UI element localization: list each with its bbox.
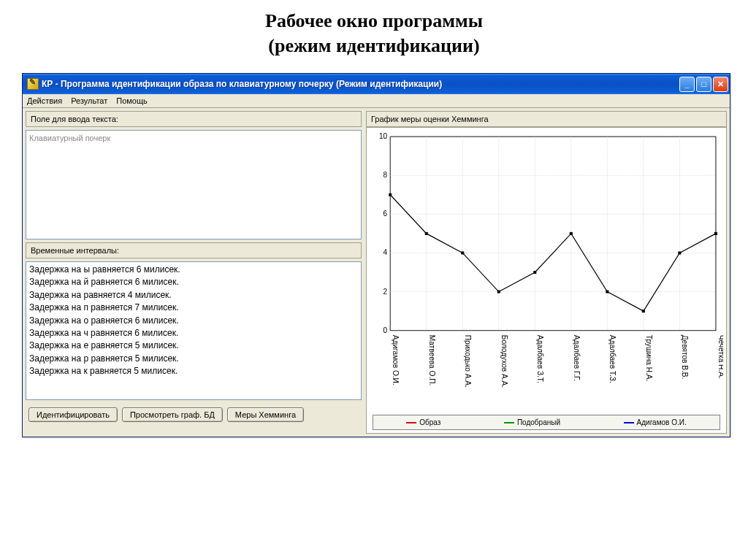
window-title: КР - Программа идентификации образа по к… [42, 79, 679, 89]
svg-text:Адалбаев Т.З.: Адалбаев Т.З. [608, 335, 617, 383]
list-item: Задержка на ы равняется 6 милисек. [29, 264, 358, 276]
svg-text:10: 10 [379, 132, 388, 140]
svg-text:Трушина Н.А.: Трушина Н.А. [645, 335, 653, 382]
list-item: Задержка на й равняется 6 милисек. [29, 276, 358, 288]
legend-swatch-blue [624, 422, 634, 423]
chart-legend: Образ Подобраный Адигамов О.И. [373, 415, 720, 430]
list-item: Задержка на равняется 4 милисек. [29, 289, 358, 302]
menu-help[interactable]: Помощь [116, 96, 148, 105]
intervals-label: Временные интервалы: [26, 242, 362, 258]
list-item: Задержка на ч равняется 6 милисек. [29, 327, 358, 340]
legend-item-person: Адигамов О.И. [624, 418, 687, 426]
text-input[interactable]: Клавиатурный почерк [26, 130, 362, 239]
svg-rect-37 [533, 271, 536, 274]
maximize-button[interactable]: □ [696, 77, 711, 92]
svg-rect-40 [642, 310, 645, 312]
legend-label-image: Образ [419, 418, 440, 426]
button-bar: Идентифицировать Просмотреть граф. БД Ме… [26, 403, 362, 426]
legend-item-image: Образ [406, 418, 440, 426]
svg-rect-33 [389, 193, 392, 196]
svg-text:2: 2 [383, 288, 388, 296]
svg-text:Адалбаев Г.Г.: Адалбаев Г.Г. [573, 335, 581, 381]
app-window: КР - Программа идентификации образа по к… [22, 73, 730, 437]
legend-swatch-green [504, 422, 514, 423]
list-item: Задержка на п равняется 7 милисек. [29, 302, 358, 314]
legend-item-selected: Подобраный [504, 418, 560, 426]
svg-text:Адалбаев З.Т.: Адалбаев З.Т. [536, 335, 544, 383]
svg-rect-35 [461, 251, 464, 254]
view-graph-button[interactable]: Просмотреть граф. БД [122, 407, 223, 422]
svg-rect-41 [678, 251, 681, 254]
svg-text:Приходько А.А.: Приходько А.А. [464, 335, 472, 388]
svg-text:Матвеева О.П.: Матвеева О.П. [428, 335, 436, 386]
svg-rect-36 [497, 291, 500, 294]
app-icon [27, 78, 39, 90]
minimize-button[interactable]: _ [679, 77, 695, 92]
page-heading: Рабочее окно программы (режим идентифика… [0, 9, 748, 58]
chart-canvas: 0246810Адигамов О.И.Матвеева О.П.Приходь… [370, 131, 723, 412]
legend-label-person: Адигамов О.И. [637, 418, 687, 426]
list-item: Задержка на к равняется 5 милисек. [29, 365, 358, 377]
list-item: Задержка на р равняется 5 милисек. [29, 353, 358, 365]
svg-rect-38 [570, 232, 573, 235]
identify-button[interactable]: Идентифицировать [28, 407, 118, 422]
legend-label-selected: Подобраный [517, 418, 560, 426]
legend-swatch-red [406, 422, 416, 423]
svg-rect-42 [714, 232, 717, 235]
list-item: Задержка на е равняется 5 милисек. [29, 340, 358, 352]
menu-result[interactable]: Результат [71, 96, 107, 105]
input-label: Поле для ввода текста: [26, 111, 362, 127]
page-heading-line1: Рабочее окно программы [265, 10, 483, 31]
svg-text:4: 4 [383, 248, 388, 256]
chart-label: График меры оценки Хемминга [366, 111, 727, 127]
text-input-placeholder: Клавиатурный почерк [29, 134, 110, 142]
close-button[interactable]: ✕ [713, 77, 728, 92]
menu-bar: Действия Результат Помощь [23, 94, 730, 108]
hamming-button[interactable]: Меры Хемминга [227, 407, 304, 422]
svg-text:0: 0 [383, 326, 388, 334]
svg-text:Девятов В.В.: Девятов В.В. [681, 335, 689, 380]
svg-text:Болодухов А.А.: Болодухов А.А. [500, 335, 508, 388]
chart-frame: 0246810Адигамов О.И.Матвеева О.П.Приходь… [366, 127, 727, 434]
svg-text:Чечетка Н.А.: Чечетка Н.А. [717, 335, 723, 379]
list-item: Задержка на о равняется 6 милисек. [29, 315, 358, 327]
svg-text:Адигамов О.И.: Адигамов О.И. [392, 335, 400, 386]
titlebar: КР - Программа идентификации образа по к… [23, 74, 730, 94]
svg-rect-0 [390, 137, 716, 331]
svg-text:8: 8 [383, 171, 388, 179]
menu-actions[interactable]: Действия [27, 96, 62, 105]
svg-text:6: 6 [383, 210, 388, 218]
intervals-list[interactable]: Задержка на ы равняется 6 милисек. Задер… [26, 261, 362, 400]
page-heading-line2: (режим идентификации) [268, 35, 479, 56]
svg-rect-39 [606, 291, 608, 294]
svg-rect-34 [425, 232, 428, 235]
